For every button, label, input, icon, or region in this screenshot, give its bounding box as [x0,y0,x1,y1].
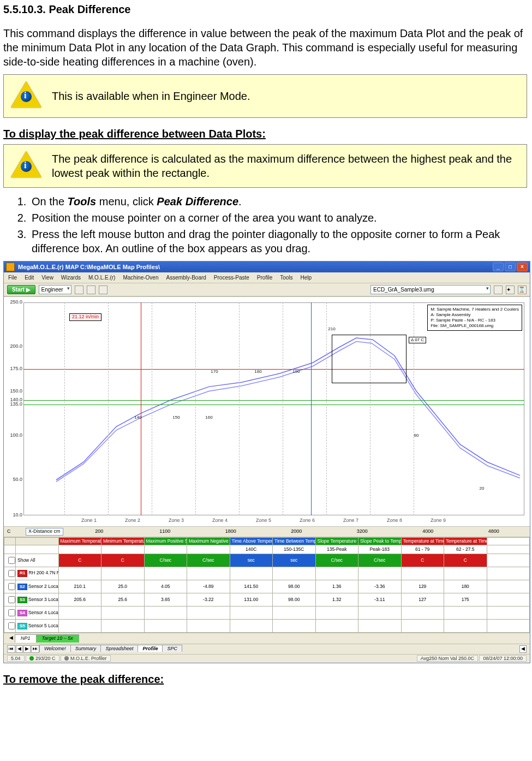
sensor-name: R1RH 200 4.7N Resist. [16,567,59,580]
sensor-checkbox[interactable] [8,622,15,629]
grid-cell: 210.1 [58,580,101,593]
sheet-tab-spreadsheet[interactable]: Spreadsheet [100,645,138,652]
y-tick: 140.0 [6,397,22,403]
zone-divider [195,302,196,515]
zone-label: Zone 9 [431,518,446,524]
grid-header: Maximum Negative Slope [187,537,230,545]
x-tick: 4000 [403,528,453,535]
grid-cell: 4.05 [144,580,187,593]
grid-cell [401,567,444,580]
toolbar-icon[interactable] [494,286,503,294]
menu-moler[interactable]: M.O.L.E.(r) [88,274,115,281]
note-text: The peak difference is calculated as the… [49,145,527,188]
maximize-button[interactable]: □ [505,263,516,271]
grid-unit [487,554,530,567]
grid-header: Add/Delete [487,537,530,545]
menu-wizards[interactable]: Wizards [61,274,81,281]
target-tab[interactable]: Target 10 – 5x [36,634,79,643]
grid-cell [230,607,273,620]
start-button[interactable]: Start ▶ [7,285,35,294]
grid-cell: 25.0 [101,580,145,593]
tab-scroll-left-icon[interactable]: ◀ [519,645,527,653]
toolbar-icon[interactable] [99,286,107,294]
grid-header: Maximum Temperature [58,537,101,545]
x-tick: 1800 [206,528,256,535]
app-window: MegaM.O.L.E.(r) MAP C:\MegaMOLE Map Prof… [3,261,530,663]
grid-limit [101,545,145,554]
section-number: 5.5.10.3. [3,3,46,15]
menu-view[interactable]: View [41,274,53,281]
zone-divider [239,302,240,515]
status-nominal: Avg250 Nom Val 250.0C [417,655,478,662]
status-temp: 293/20 C [35,656,56,661]
menu-processpaste[interactable]: Process-Paste [214,274,249,281]
tab-first-icon[interactable]: ⏮ [7,645,15,653]
zone-divider [108,302,109,515]
sensor-checkbox[interactable] [8,583,15,590]
mode-select[interactable]: Engineer [39,285,71,294]
data-graph[interactable]: M: Sample Machine, 7 Heaters and 2 Coole… [4,296,530,527]
heading-remove: To remove the peak difference: [3,672,529,686]
grid-unit: C/sec [358,554,402,567]
sensor-checkbox[interactable] [8,596,15,603]
grid-cell: 205.6 [58,593,101,607]
show-all-checkbox[interactable] [8,557,15,564]
grid-unit: C [101,554,145,567]
sensor-name: S5Sensor 5 Location [16,620,59,633]
grid-cell [487,580,530,593]
menu-tools[interactable]: Tools [280,274,292,281]
info-line: P: Sample Paste - N/A - RC - 183 [431,318,519,323]
menu-file[interactable]: File [8,274,17,281]
intro-paragraph: This command displays the difference in … [3,26,529,69]
tab-last-icon[interactable]: ⏭ [31,645,39,653]
reference-line [23,400,524,401]
sensor-checkbox[interactable] [8,609,15,616]
grid-header: Slope Temperature to Peak [315,537,358,545]
grid-cell: 131.00 [230,593,273,607]
menu-machineoven[interactable]: Machine-Oven [123,274,158,281]
menu-help[interactable]: Help [301,274,312,281]
zone-label: Zone 1 [81,518,97,524]
menu-assemblyboard[interactable]: Assembly-Board [166,274,206,281]
titlebar: MegaM.O.L.E.(r) MAP C:\MegaMOLE Map Prof… [4,261,530,272]
target-tab[interactable]: NP1 [15,634,37,643]
sheet-tab-summary[interactable]: Summary [70,645,101,652]
minimize-button[interactable]: _ [493,263,504,271]
y-tick: 10.0 [6,512,22,519]
menu-edit[interactable]: Edit [25,274,34,281]
toolbar-icon[interactable] [87,286,95,294]
hourglass-icon[interactable]: ⌛ [518,286,527,294]
cursor-line [311,302,312,515]
note-engineer-mode: This is available when in Engineer Mode. [3,74,527,118]
value-label: 150 [172,415,180,420]
sheet-tab-spc[interactable]: SPC [162,645,182,652]
tab-prev-icon[interactable]: ◀ [16,645,23,653]
sheet-tab-profile[interactable]: Profile [138,645,163,652]
sensor-name: S2Sensor 2 Location [16,580,59,593]
grid-header: Time Between Temperature [273,537,316,545]
sensor-checkbox[interactable] [8,570,15,577]
grid-unit: C/sec [144,554,187,567]
grid-cell: 175 [444,593,487,607]
grid-cell: -4.89 [187,580,230,593]
menu-profile[interactable]: Profile [257,274,272,281]
grid-cell: 98.00 [273,593,316,607]
grid-cell [487,593,530,607]
value-label: 190 [292,369,300,374]
file-select[interactable]: ECD_GrA_Sample3.umg [370,285,491,294]
grid-cell [187,607,230,620]
y-tick: 175.0 [6,366,22,372]
sheet-tab-welcome[interactable]: Welcome! [39,645,71,652]
grid-limit [144,545,187,554]
peak-difference-box[interactable] [332,335,407,384]
profile-info-box: M: Sample Machine, 7 Heaters and 2 Coole… [427,305,522,331]
toolbar-icon[interactable] [75,286,83,294]
grid-cell [315,567,358,580]
close-button[interactable]: × [517,263,528,271]
grid-limit: 150-135C [273,545,316,554]
series-sensor-3 [56,342,520,482]
tab-next-icon[interactable]: ▶ [23,645,31,653]
grid-cell: 129 [401,580,444,593]
sync-icon[interactable]: ✦ [506,286,515,294]
y-tick: 100.0 [6,432,22,439]
